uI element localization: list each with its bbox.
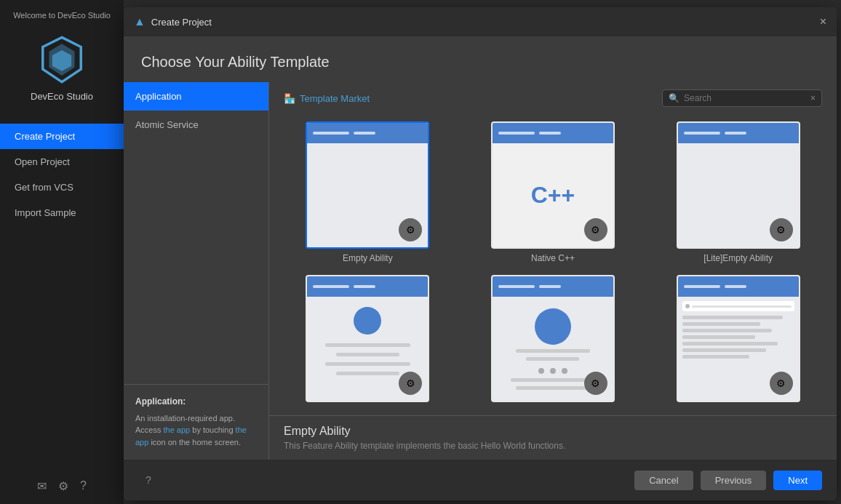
dialog-sidebar: Application Atomic Service Application: … [124,82,269,460]
phone-header-2 [493,123,613,143]
create-project-dialog: ▲ Create Project × Choose Your Ability T… [124,7,837,500]
next-button[interactable]: Next [773,471,822,490]
template-label-empty-ability: Empty Ability [343,253,393,263]
template-card-empty-ability[interactable]: ⚙ Empty Ability [281,121,455,263]
dialog-title-text: Create Project [151,17,212,28]
template-label-native-cpp: Native C++ [531,253,575,263]
close-button[interactable]: × [820,16,826,28]
deveco-logo [36,34,87,85]
footer-help-icon[interactable]: ? [146,474,151,486]
store-icon: 🏪 [284,93,295,104]
dialog-titlebar: ▲ Create Project × [124,7,837,36]
template-card-grid[interactable]: ⚙ [466,275,640,407]
welcome-title: Welcome to DevEco Studio [7,11,116,20]
search-icon: 🔍 [669,93,679,103]
settings-icon[interactable]: ⚙ [58,479,68,493]
dialog-footer: ? Cancel Previous Next [124,460,837,500]
description-title: Application: [135,396,257,407]
badge-icon-6: ⚙ [776,377,786,389]
selected-description: Empty Ability This Feature Ability templ… [269,415,837,460]
logo-text: DevEco Studio [31,91,93,102]
template-market-link[interactable]: 🏪 Template Market [284,93,370,104]
template-card-native-cpp[interactable]: C++ ⚙ Native C++ [466,121,640,263]
template-badge-2: ⚙ [584,218,607,241]
templates-grid: ⚙ Empty Ability [269,114,837,415]
selected-template-name: Empty Ability [284,425,822,438]
sidebar-bottom: ✉ ⚙ ? [37,479,87,493]
search-clear-icon[interactable]: × [810,93,816,103]
selected-template-desc: This Feature Ability template implements… [284,441,822,451]
badge-icon-2: ⚙ [591,224,600,236]
welcome-sidebar: Welcome to DevEco Studio DevEco Studio C… [0,0,124,504]
dialog-heading: Choose Your Ability Template [124,36,837,82]
template-label-lite-empty: [Lite]Empty Ability [704,253,773,263]
template-badge-5: ⚙ [584,372,607,395]
sidebar-item-open-project[interactable]: Open Project [0,149,124,175]
sidebar-item-create-project[interactable]: Create Project [0,124,124,149]
badge-icon-1: ⚙ [406,224,415,236]
sidebar-description: Application: An installation-required ap… [124,384,268,460]
template-thumbnail-native-cpp: C++ ⚙ [491,121,615,249]
phone-header-5 [493,276,613,297]
dialog-title-icon: ▲ [134,15,146,28]
badge-icon-4: ⚙ [406,377,415,389]
template-badge-6: ⚙ [770,372,793,395]
sidebar-item-get-from-vcs[interactable]: Get from VCS [0,175,124,200]
phone-header-1 [307,123,428,143]
dialog-body: Choose Your Ability Template Application… [124,36,837,460]
template-thumbnail-empty-ability: ⚙ [306,121,429,249]
sidebar-item-import-sample[interactable]: Import Sample [0,200,124,225]
phone-header-3 [678,123,799,143]
template-card-lite-empty[interactable]: ⚙ [Lite]Empty Ability [651,121,825,263]
template-thumbnail-detail: ⚙ [306,275,429,402]
dialog-title-left: ▲ Create Project [134,15,212,28]
dialog-main: 🏪 Template Market 🔍 × [269,82,837,460]
badge-icon-3: ⚙ [776,224,786,236]
template-thumbnail-lite-empty: ⚙ [677,121,800,249]
sidebar-nav: Create Project Open Project Get from VCS… [0,124,124,225]
template-card-search[interactable]: ⚙ [651,275,825,407]
search-input[interactable] [684,93,806,103]
phone-header-4 [307,276,428,297]
cancel-button[interactable]: Cancel [634,471,693,490]
logo-container: DevEco Studio [31,34,93,102]
description-text: An installation-required app. Access the… [135,412,257,449]
help-icon[interactable]: ? [80,479,87,493]
search-box: 🔍 × [662,89,822,107]
dialog-content: Application Atomic Service Application: … [124,82,837,460]
phone-header-6 [678,276,799,297]
badge-icon-5: ⚙ [591,377,600,389]
previous-button[interactable]: Previous [701,471,767,490]
sidebar-item-application[interactable]: Application [124,82,268,111]
dialog-main-header: 🏪 Template Market 🔍 × [269,82,837,114]
template-thumbnail-grid: ⚙ [491,275,615,402]
email-icon[interactable]: ✉ [37,479,47,493]
template-badge-3: ⚙ [770,218,793,241]
sidebar-item-atomic-service[interactable]: Atomic Service [124,111,268,139]
template-card-detail[interactable]: ⚙ [281,275,455,407]
template-thumbnail-search: ⚙ [677,275,800,402]
